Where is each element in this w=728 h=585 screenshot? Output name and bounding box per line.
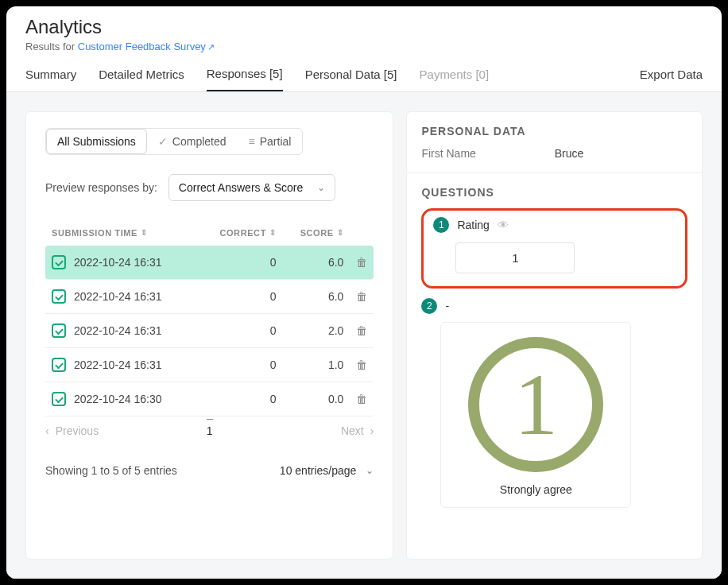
col-score[interactable]: SCORE⇕	[277, 228, 344, 238]
question-2-answer-card: 1 Strongly agree	[440, 322, 631, 508]
tab-bar: Summary Detailed Metrics Responses [5] P…	[6, 59, 722, 92]
table-footer: Showing 1 to 5 of 5 entries 10 entries/p…	[45, 464, 374, 477]
preview-row: Preview responses by: Correct Answers & …	[45, 174, 374, 201]
filter-partial-label: Partial	[260, 135, 292, 148]
pager-prev-label: Previous	[56, 424, 99, 437]
cell-time-text: 2022-10-24 16:31	[74, 290, 162, 303]
question-2-number-badge: 2	[421, 298, 437, 314]
col-actions	[343, 228, 367, 238]
chevron-right-icon: ›	[370, 424, 374, 437]
trash-icon: 🗑	[356, 393, 367, 405]
delete-button[interactable]: 🗑	[343, 290, 367, 303]
cell-correct: 0	[201, 358, 276, 371]
cell-time-text: 2022-10-24 16:31	[74, 324, 162, 337]
tab-detailed-metrics[interactable]: Detailed Metrics	[99, 60, 184, 91]
first-name-label: First Name	[421, 147, 554, 160]
col-score-label: SCORE	[300, 228, 334, 238]
tab-responses[interactable]: Responses [5]	[207, 59, 283, 91]
filter-completed-label: Completed	[172, 135, 227, 148]
sort-icon: ⇕	[337, 228, 344, 237]
cell-score: 6.0	[277, 290, 344, 303]
survey-link[interactable]: Customer Feedback Survey↗	[78, 41, 215, 52]
cell-time: 2022-10-24 16:30	[52, 392, 201, 406]
submission-icon	[52, 289, 66, 304]
preview-select[interactable]: Correct Answers & Score ⌄	[168, 174, 335, 201]
chevron-left-icon: ‹	[45, 424, 49, 437]
cell-correct: 0	[201, 290, 276, 303]
rating-circle-icon: 1	[468, 337, 603, 472]
showing-text: Showing 1 to 5 of 5 entries	[45, 464, 177, 477]
delete-button[interactable]: 🗑	[343, 393, 367, 405]
question-1-highlight: 1 Rating 👁 1	[421, 208, 687, 289]
cell-correct: 0	[201, 256, 276, 269]
pagination: ‹Previous 1 Next›	[45, 424, 374, 437]
entries-per-page-select[interactable]: 10 entries/page ⌄	[280, 464, 374, 477]
personal-data-heading: PERSONAL DATA	[421, 125, 687, 138]
col-correct-label: CORRECT	[219, 228, 266, 238]
tab-payments[interactable]: Payments [0]	[420, 60, 490, 91]
tab-personal-data[interactable]: Personal Data [5]	[305, 60, 397, 91]
cell-score: 1.0	[277, 358, 344, 371]
rating-caption: Strongly agree	[455, 483, 616, 496]
pager-next-label: Next	[341, 424, 364, 437]
rating-value: 1	[514, 361, 558, 448]
survey-link-text: Customer Feedback Survey	[78, 41, 206, 52]
divider	[407, 172, 702, 173]
cell-score: 6.0	[277, 256, 344, 269]
lines-icon: ≡	[249, 135, 255, 148]
responses-panel: All Submissions ✓ Completed ≡ Partial Pr…	[25, 111, 393, 560]
submission-icon	[52, 255, 66, 269]
table-row[interactable]: 2022-10-24 16:30 0 0.0 🗑	[45, 382, 374, 416]
personal-data-row: First Name Bruce	[421, 147, 687, 172]
trash-icon: 🗑	[356, 290, 367, 303]
question-1-label: Rating	[457, 219, 489, 231]
pager-prev[interactable]: ‹Previous	[45, 424, 155, 437]
table-header: SUBMISSION TIME⇕ CORRECT⇕ SCORE⇕	[45, 220, 374, 246]
sort-icon: ⇕	[141, 228, 148, 237]
cell-time-text: 2022-10-24 16:30	[74, 393, 162, 405]
delete-button[interactable]: 🗑	[343, 358, 367, 371]
filter-all-submissions[interactable]: All Submissions	[46, 129, 147, 154]
cell-time: 2022-10-24 16:31	[52, 323, 201, 338]
table-row[interactable]: 2022-10-24 16:31 0 1.0 🗑	[45, 348, 374, 382]
tab-summary[interactable]: Summary	[25, 60, 76, 91]
pager-page-number[interactable]: 1	[207, 419, 213, 437]
check-icon: ✓	[158, 135, 168, 148]
trash-icon: 🗑	[356, 324, 367, 337]
filter-partial[interactable]: ≡ Partial	[238, 129, 303, 154]
cell-correct: 0	[201, 393, 276, 405]
eye-off-icon: 👁	[498, 219, 509, 231]
results-for-text: Results for	[25, 41, 78, 52]
question-1-answer: 1	[455, 242, 575, 273]
delete-button[interactable]: 🗑	[343, 324, 367, 337]
chevron-down-icon: ⌄	[317, 182, 325, 193]
questions-heading: QUESTIONS	[421, 186, 687, 199]
cell-score: 2.0	[277, 324, 344, 337]
table-row[interactable]: 2022-10-24 16:31 0 6.0 🗑	[45, 246, 374, 280]
submission-filter: All Submissions ✓ Completed ≡ Partial	[45, 128, 303, 155]
trash-icon: 🗑	[356, 358, 367, 371]
table-row[interactable]: 2022-10-24 16:31 0 6.0 🗑	[45, 280, 374, 314]
page-header: Analytics Results for Customer Feedback …	[6, 6, 722, 59]
delete-button[interactable]: 🗑	[343, 256, 367, 269]
table-row[interactable]: 2022-10-24 16:31 0 2.0 🗑	[45, 314, 374, 348]
cell-time: 2022-10-24 16:31	[52, 255, 201, 269]
cell-time: 2022-10-24 16:31	[52, 358, 201, 372]
preview-label: Preview responses by:	[45, 181, 157, 194]
question-2-header: 2 -	[421, 298, 687, 314]
cell-time-text: 2022-10-24 16:31	[74, 358, 162, 371]
filter-completed[interactable]: ✓ Completed	[147, 129, 238, 154]
col-submission-time[interactable]: SUBMISSION TIME⇕	[52, 228, 201, 238]
col-time-label: SUBMISSION TIME	[52, 228, 137, 238]
app-window: Analytics Results for Customer Feedback …	[6, 6, 722, 579]
trash-icon: 🗑	[356, 256, 367, 269]
cell-time: 2022-10-24 16:31	[52, 289, 201, 304]
question-1-header: 1 Rating 👁	[433, 217, 676, 233]
page-title: Analytics	[25, 16, 703, 39]
pager-next[interactable]: Next›	[265, 424, 374, 437]
chevron-down-icon: ⌄	[366, 465, 374, 476]
question-2-label: -	[445, 300, 449, 312]
external-link-icon: ↗	[207, 42, 215, 52]
col-correct[interactable]: CORRECT⇕	[201, 228, 276, 238]
tab-export-data[interactable]: Export Data	[640, 60, 703, 91]
